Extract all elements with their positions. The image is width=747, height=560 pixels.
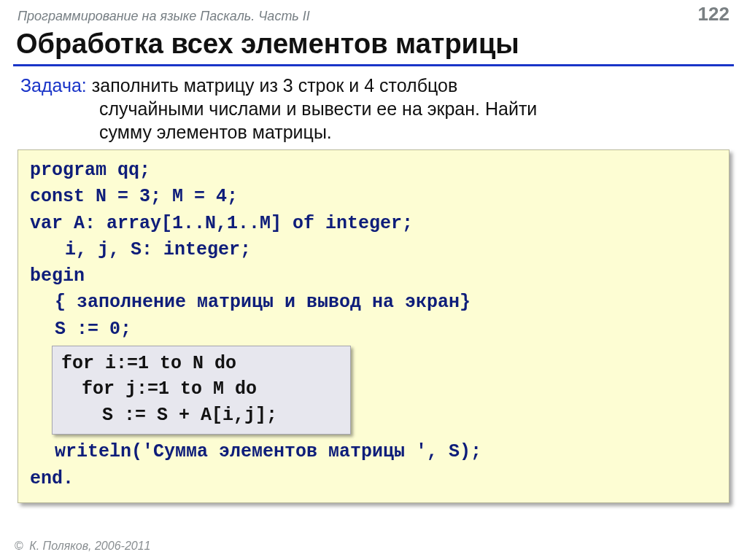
task-line2: случайными числами и вывести ее на экран… [20, 97, 734, 120]
task-block: Задача: заполнить матрицу из 3 строк и 4… [13, 74, 734, 144]
code-line: S := 0; [30, 316, 717, 343]
course-title: Программирование на языке Паскаль. Часть… [18, 9, 310, 24]
code-box: program qq; const N = 3; M = 4; var A: a… [18, 149, 729, 503]
code-line: writeln('Сумма элементов матрицы ', S); [30, 439, 717, 465]
footer: © К. Поляков, 2006-2011 [15, 540, 150, 553]
slide-title: Обработка всех элементов матрицы [13, 27, 734, 66]
copyright-icon: © [15, 540, 23, 552]
code-line: const N = 3; M = 4; [30, 184, 717, 210]
code-line: var A: array[1..N,1..M] of integer; [30, 211, 717, 237]
code-line: i, j, S: integer; [30, 237, 717, 263]
footer-text: К. Поляков, 2006-2011 [26, 540, 151, 552]
topbar: Программирование на языке Паскаль. Часть… [13, 0, 734, 27]
task-line3: сумму элементов матрицы. [20, 120, 734, 144]
code-inner-line: for j:=1 to M do [61, 376, 341, 402]
code-inner-box: for i:=1 to N do for j:=1 to M do S := S… [52, 346, 351, 435]
code-comment: { заполнение матрицы и вывод на экран} [30, 289, 717, 316]
slide: Программирование на языке Паскаль. Часть… [0, 0, 747, 560]
page-number: 122 [698, 3, 729, 26]
code-line: begin [30, 263, 717, 289]
code-inner-line: for i:=1 to N do [61, 353, 236, 374]
code-inner-line: S := S + A[i,j]; [61, 402, 341, 429]
code-line: end. [30, 466, 717, 492]
task-line1: заполнить матрицу из 3 строк и 4 столбцо… [87, 75, 457, 96]
task-label: Задача: [20, 75, 87, 96]
code-line: program qq; [30, 158, 717, 184]
